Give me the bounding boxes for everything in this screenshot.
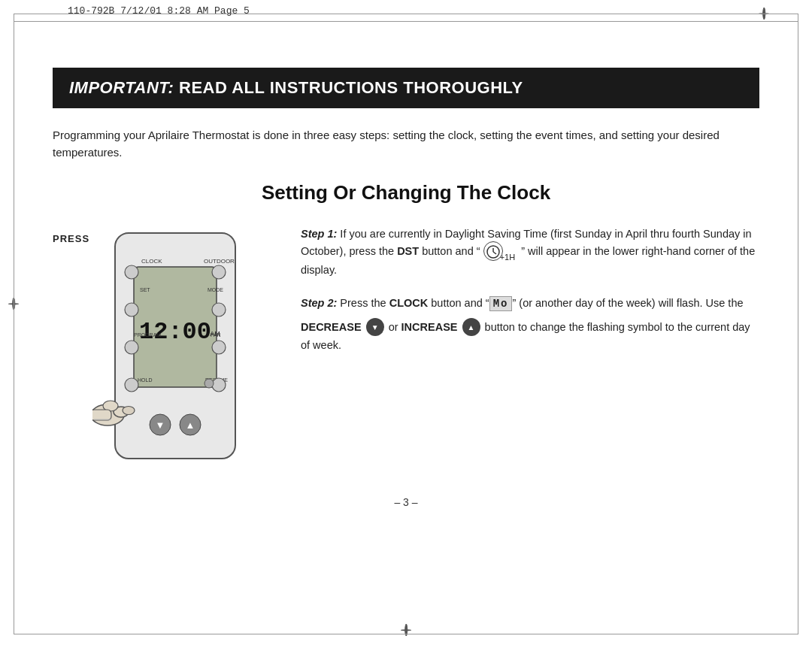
step2-text3: ” (or another day of the week) will flas… [512, 297, 743, 309]
svg-point-17 [212, 303, 226, 316]
step2-clock-bold: CLOCK [389, 297, 429, 309]
section-title: Setting Or Changing The Clock [53, 181, 759, 204]
thermostat-diagram: 12:00 AM CLOCK OUTDOOR SET MODE PROGRAM … [92, 226, 265, 474]
svg-point-16 [212, 265, 226, 279]
svg-point-14 [125, 341, 138, 354]
banner-text: IMPORTANT: READ ALL INSTRUCTIONS THOROUG… [69, 78, 523, 97]
step1-text: Step 1: If you are currently in Daylight… [301, 226, 759, 279]
svg-text:FAN: FAN [211, 332, 221, 338]
step2-label: Step 2: [301, 297, 337, 309]
svg-text:MODE: MODE [208, 287, 223, 292]
page-number: – 3 – [53, 496, 759, 508]
step2-text-row2: DECREASE or INCREASE button to change th… [301, 319, 759, 354]
svg-text:▲: ▲ [186, 419, 195, 431]
bottom-rule [14, 634, 798, 634]
decrease-icon [366, 318, 384, 336]
svg-text:CLOCK: CLOCK [141, 258, 162, 265]
svg-rect-29 [92, 410, 111, 420]
svg-point-24 [205, 379, 214, 388]
step1-label: Step 1: [301, 228, 337, 240]
intro-paragraph: Programming your Aprilaire Thermostat is… [53, 126, 759, 162]
press-label: PRESS [53, 233, 89, 244]
svg-text:HOLD: HOLD [138, 377, 152, 383]
top-rule [14, 21, 798, 22]
dst-icon-content [486, 247, 501, 255]
svg-line-33 [493, 252, 496, 254]
diagram-area: PRESS 12:00 AM CLOCK OUTDOOR SET [53, 226, 278, 474]
svg-point-12 [125, 265, 138, 279]
step1-text2: button and “ [419, 245, 480, 257]
svg-point-13 [125, 303, 138, 316]
step1-dst-bold: DST [397, 245, 419, 257]
svg-point-19 [212, 378, 226, 392]
left-rule [14, 14, 14, 634]
mo-label: Mo [489, 296, 513, 311]
svg-text:SET: SET [140, 287, 150, 292]
important-banner: IMPORTANT: READ ALL INSTRUCTIONS THOROUG… [53, 68, 759, 108]
reg-mark-bottom-center [395, 619, 417, 640]
increase-bold: INCREASE [401, 321, 458, 333]
svg-text:OUTDOOR: OUTDOOR [204, 258, 235, 265]
right-rule [798, 14, 798, 634]
svg-text:▼: ▼ [156, 419, 165, 431]
decrease-bold: DECREASE [301, 321, 362, 333]
svg-point-15 [125, 378, 138, 392]
svg-text:PROGRAM: PROGRAM [134, 332, 161, 338]
step2-text4: or [389, 321, 401, 333]
step2-text1: Press the [337, 297, 389, 309]
header-info: 110-792B 7/12/01 8:28 AM Page 5 [68, 5, 250, 17]
instructions-area: Step 1: If you are currently in Daylight… [301, 226, 759, 371]
banner-italic: IMPORTANT: [69, 78, 174, 97]
step2-text2: button and “ [428, 297, 489, 309]
step2-text: Step 2: Press the CLOCK button and “Mo” … [301, 295, 759, 313]
step1-block: Step 1: If you are currently in Daylight… [301, 226, 759, 279]
step2-block: Step 2: Press the CLOCK button and “Mo” … [301, 295, 759, 353]
main-content: IMPORTANT: READ ALL INSTRUCTIONS THOROUG… [53, 30, 759, 618]
main-row: PRESS 12:00 AM CLOCK OUTDOOR SET [53, 226, 759, 474]
increase-icon [462, 318, 480, 336]
plus1h-label: +1H [500, 253, 516, 262]
banner-rest: READ ALL INSTRUCTIONS THOROUGHLY [174, 78, 523, 97]
svg-point-27 [123, 406, 135, 414]
svg-point-18 [212, 341, 226, 354]
